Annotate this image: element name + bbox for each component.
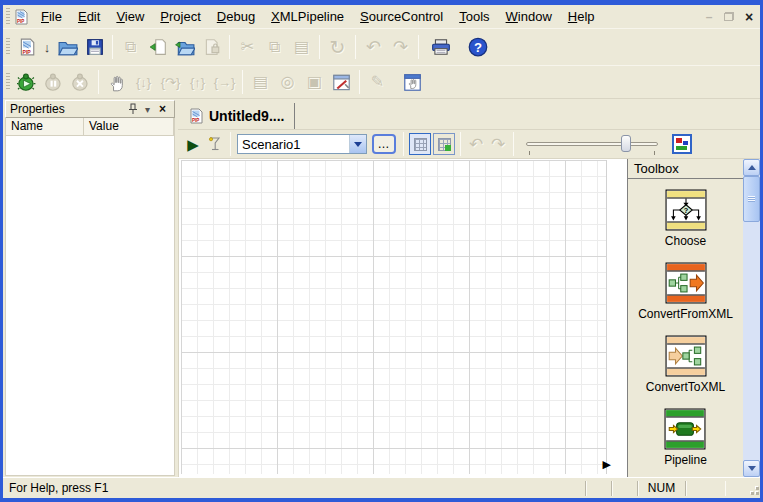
sync-arrows-icon: ↻: [330, 38, 346, 57]
choose-icon: ?: [665, 189, 707, 231]
synchronize-button[interactable]: ↻: [324, 34, 351, 60]
menu-tools[interactable]: Tools: [451, 7, 497, 26]
clipboard-icon: ▤: [294, 39, 309, 55]
cut-button[interactable]: ✂: [234, 34, 261, 60]
toolbar-gripper[interactable]: [6, 38, 10, 56]
copy-button[interactable]: ⧉: [261, 34, 288, 60]
menu-xmlpipeline[interactable]: XMLPipeline: [263, 7, 352, 26]
attachments-button[interactable]: ✎: [364, 69, 391, 95]
content-row: ▶ Toolbox: [178, 158, 760, 477]
menu-edit[interactable]: Edit: [70, 7, 108, 26]
locked-document-button[interactable]: [198, 34, 225, 60]
scenario-select[interactable]: Scenario1: [237, 134, 367, 154]
print-button[interactable]: [427, 34, 454, 60]
open-button[interactable]: [54, 34, 81, 60]
new-pipeline-document-button[interactable]: PIP: [13, 34, 40, 60]
restore-button[interactable]: [720, 9, 738, 24]
diagram-undo-button[interactable]: ↶: [465, 133, 487, 155]
toolbar-separator: [359, 70, 360, 94]
start-debugging-button[interactable]: [13, 69, 40, 95]
save-button[interactable]: [81, 34, 108, 60]
run-to-cursor-button[interactable]: {→}: [211, 69, 238, 95]
document-tab[interactable]: PIP Untitled9....: [182, 103, 295, 129]
menu-debug[interactable]: Debug: [209, 7, 263, 26]
undo-button[interactable]: ↶: [360, 34, 387, 60]
status-message: For Help, press F1: [3, 479, 585, 497]
close-button[interactable]: ×: [740, 9, 758, 24]
menu-window[interactable]: Window: [498, 7, 560, 26]
pipeline-canvas[interactable]: [181, 160, 607, 474]
properties-close-button[interactable]: ×: [155, 102, 170, 116]
properties-panel-header: Properties ▾ ×: [5, 100, 175, 118]
minimize-button[interactable]: –: [700, 9, 718, 24]
document-tab-label: Untitled9....: [209, 108, 284, 124]
zoom-slider[interactable]: [526, 134, 658, 154]
menu-file[interactable]: File: [33, 7, 70, 26]
combo-dropdown-button[interactable]: [349, 135, 366, 153]
toolbox-item-convertfromxml[interactable]: ConvertFromXML: [638, 262, 733, 321]
browse-scenarios-button[interactable]: …: [372, 134, 396, 154]
menu-project[interactable]: Project: [152, 7, 208, 26]
snap-to-grid-button[interactable]: [433, 133, 455, 155]
toolbox-item-pipeline[interactable]: Pipeline: [664, 408, 707, 467]
chevron-down-icon: [354, 142, 362, 151]
toolbar-separator: [418, 35, 419, 59]
toolbox-item-choose[interactable]: ? Choose: [665, 189, 707, 248]
redo-button[interactable]: ↷: [387, 34, 414, 60]
main-area: Properties ▾ × Name Value: [3, 99, 760, 477]
cascade-windows-button[interactable]: ▣: [301, 69, 328, 95]
scroll-up-button[interactable]: [743, 159, 760, 176]
scenario-properties-button[interactable]: [204, 133, 226, 155]
show-grid-button[interactable]: [409, 133, 431, 155]
preview-result-button[interactable]: ▤: [247, 69, 274, 95]
new-document-dropdown-button[interactable]: ↓: [40, 34, 54, 60]
check-out-document-button[interactable]: [144, 34, 171, 60]
preview-play-button[interactable]: ▶: [182, 133, 204, 155]
resize-grip[interactable]: [745, 481, 760, 496]
diagram-redo-button[interactable]: ↷: [487, 133, 509, 155]
application-window: PIP File Edit View Project Debug XMLPipe…: [0, 0, 763, 502]
pin-button[interactable]: [125, 102, 140, 116]
menu-view[interactable]: View: [108, 7, 152, 26]
toolbox-scrollbar[interactable]: [743, 159, 760, 477]
pan-window-button[interactable]: [399, 69, 426, 95]
show-model-button[interactable]: ◎: [274, 69, 301, 95]
scrollbar-thumb[interactable]: [743, 176, 760, 222]
new-pip-document-icon: PIP: [18, 38, 36, 56]
column-header-name[interactable]: Name: [6, 118, 84, 135]
stop-debugging-button[interactable]: [67, 69, 94, 95]
step-out-button[interactable]: {↑}: [184, 69, 211, 95]
toolbar-separator: [460, 132, 461, 156]
step-over-button[interactable]: {↷}: [157, 69, 184, 95]
toolbar-gripper[interactable]: [6, 8, 10, 26]
toolbar-gripper[interactable]: [6, 73, 10, 91]
scroll-down-button[interactable]: [743, 460, 760, 477]
toolbox-item-converttoxml[interactable]: ConvertToXML: [646, 335, 725, 394]
menu-sourcecontrol[interactable]: SourceControl: [352, 7, 451, 26]
menu-help[interactable]: Help: [560, 7, 603, 26]
zoom-slider-track[interactable]: [526, 142, 658, 146]
overview-window-button[interactable]: [672, 134, 692, 154]
svg-text:?: ?: [473, 40, 481, 55]
window-settings-button[interactable]: [328, 69, 355, 95]
get-folder-button[interactable]: [171, 34, 198, 60]
zoom-slider-thumb[interactable]: [621, 135, 631, 152]
step-into-button[interactable]: {↓}: [130, 69, 157, 95]
toolbox-item-list: ? Choose: [628, 179, 743, 477]
panel-menu-button[interactable]: ▾: [140, 102, 155, 116]
toolbox-item-label: Pipeline: [664, 453, 707, 467]
svg-text:PIP: PIP: [192, 118, 199, 123]
scrollbar-track[interactable]: [743, 176, 760, 460]
column-header-value[interactable]: Value: [84, 118, 174, 135]
help-button[interactable]: ?: [464, 34, 491, 60]
redo-arrow-icon: ↷: [491, 136, 505, 153]
properties-list[interactable]: [5, 136, 175, 476]
save-floppy-icon: [86, 38, 104, 56]
break-button[interactable]: [103, 69, 130, 95]
paste-button[interactable]: ▤: [288, 34, 315, 60]
toolbar-separator: [229, 35, 230, 59]
toolbox-panel: Toolbox ?: [627, 159, 760, 477]
pause-debugging-button[interactable]: [40, 69, 67, 95]
new-window-button[interactable]: ⧉: [117, 34, 144, 60]
canvas-expand-arrow[interactable]: ▶: [603, 458, 611, 471]
